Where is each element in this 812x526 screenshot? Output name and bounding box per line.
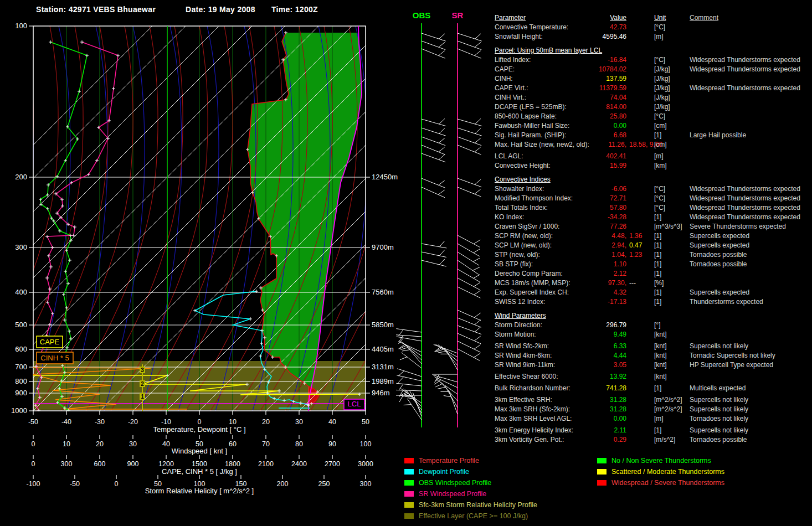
table-row: CINH:137.59[J/kg] — [495, 74, 811, 84]
param-label: Sig. Hail Param. (SHIP): — [495, 131, 594, 140]
pressure-tick-label: 500 — [15, 321, 27, 329]
axis-title: Windspeed [ knt ] — [172, 447, 227, 455]
param-label: SR Wind 4km-6km: — [495, 351, 594, 360]
param-value-2 — [626, 351, 649, 360]
param-value: 2.94, — [594, 241, 626, 250]
param-comment: Tornadic Supercells not likely — [685, 351, 811, 360]
param-label: CINH: — [495, 74, 594, 84]
param-value: 13.92 — [594, 372, 626, 381]
pressure-tick-label: 200 — [15, 173, 27, 181]
param-value: 3.05 — [594, 360, 626, 370]
param-value: 57.80 — [594, 203, 626, 213]
param-unit: [knt] — [649, 372, 685, 381]
param-comment — [685, 74, 811, 84]
param-label: Craven SigSvr / 1000: — [495, 222, 594, 231]
param-value-2 — [626, 152, 649, 161]
axis-tick-label: 30 — [129, 440, 137, 448]
param-value-2 — [626, 93, 649, 102]
axis-title: Storm Relative Helicity [ m^2/s^2 ] — [145, 487, 254, 495]
table-row: SCP LM (new, old):2.94,0.47[1]Supercells… — [495, 241, 811, 250]
param-unit: [J/kg] — [649, 84, 685, 93]
param-unit: [J/kg] — [649, 74, 685, 84]
axis-tick-label: 300 — [360, 480, 372, 488]
axis-tick-label: 10 — [63, 440, 70, 448]
param-label: SR Wind Sfc-2km: — [495, 342, 594, 351]
param-value: -17.13 — [594, 297, 626, 307]
table-row: Total Totals Index:57.80[°C]Widespread T… — [495, 203, 811, 213]
param-comment: Widespread Thunderstorms expected — [685, 84, 811, 93]
param-comment: Widespread Thunderstorms expected — [685, 65, 811, 74]
param-value: 0.00 — [594, 121, 626, 131]
param-value: 9.49 — [594, 330, 626, 339]
axis-tick-label: -50 — [70, 480, 80, 488]
param-value: 4.48, — [594, 231, 626, 241]
param-value: 25.80 — [594, 112, 626, 121]
axis-tick-label: 50 — [362, 418, 369, 426]
param-comment: Widespread Thunderstorms expected — [685, 184, 811, 194]
param-unit: [J/kg] — [649, 65, 685, 74]
axis-tick-label: 0 — [115, 480, 119, 488]
param-label: DCAPE (LFS = 525mB): — [495, 102, 594, 112]
axis-tick-label: 40 — [328, 418, 336, 426]
legend-item: No / Non Severe Thunderstorms — [597, 455, 724, 466]
table-row: MCS 18m/s (MMP, MSP):97.30,---[%] — [495, 279, 811, 288]
axis-tick-label: 100 — [360, 440, 372, 448]
parameter-table: ParameterValueUnitCommentConvective Temp… — [495, 13, 811, 445]
param-value: 296.79 — [594, 321, 626, 330]
table-row: SB STP (fix):1.10[1]Tornadoes possible — [495, 260, 811, 269]
param-value-2 — [626, 260, 649, 269]
legend-label: Effective Layer (CAPE >= 100 J/kg) — [419, 512, 528, 520]
axis-tick-label: 20 — [96, 440, 104, 448]
altitude-label: 1989m — [372, 377, 394, 385]
param-comment — [685, 372, 811, 381]
param-value-2: 0.47 — [626, 241, 649, 250]
param-unit: [knt] — [649, 360, 685, 370]
table-row: Max 3km SRH (Sfc-2km):31.28[m^2/s^2]Supe… — [495, 405, 811, 414]
axis-tick-label: 300 — [61, 460, 73, 468]
param-value: 10784.02 — [594, 65, 626, 74]
table-row: Storm Direction:296.79[°] — [495, 321, 811, 330]
table-row: Convective Temperature:42.73[°C] — [495, 23, 811, 32]
param-value-2 — [626, 194, 649, 203]
legend-swatch — [404, 513, 414, 519]
param-label: Total Totals Index: — [495, 203, 594, 213]
param-comment — [685, 140, 811, 149]
param-comment — [685, 279, 811, 288]
param-label: Exp. Supercell Index CH: — [495, 288, 594, 297]
axis-tick-label: 900 — [127, 460, 139, 468]
table-section-header: Convective Indices — [495, 175, 811, 184]
param-comment: Widespread Thunderstorms expected — [685, 203, 811, 213]
wind-barb-panel: OBSSR — [396, 11, 482, 427]
table-row: CINH Virt.:74.04[J/kg] — [495, 93, 811, 102]
param-value: 42.73 — [594, 23, 626, 32]
param-label: 3km Vorticity Gen. Pot.: — [495, 435, 594, 445]
axis-tick-label: 200 — [277, 480, 289, 488]
axis-tick-label: -30 — [95, 418, 105, 426]
param-comment: Widespread Thunderstorms expected — [685, 213, 811, 222]
param-unit: [J/kg] — [649, 93, 685, 102]
param-unit: [m] — [649, 152, 685, 161]
param-comment — [685, 121, 811, 131]
table-section-header: Wind Parameters — [495, 311, 811, 321]
param-value-2 — [626, 426, 649, 435]
legend-label: Scattered / Moderate Thunderstorms — [611, 468, 724, 476]
param-comment — [685, 330, 811, 339]
param-label: SCP RM (new, old): — [495, 231, 594, 241]
param-value: 97.30, — [594, 279, 626, 288]
param-value: 15.99 — [594, 161, 626, 171]
param-label: Max 3km SRH (Sfc-2km): — [495, 405, 594, 414]
param-comment: Widespread Thunderstorms expected — [685, 194, 811, 203]
param-value: -16.84 — [594, 55, 626, 65]
cape-label: CAPE — [40, 338, 60, 346]
param-value-2 — [626, 184, 649, 194]
param-unit: [1] — [649, 213, 685, 222]
axis-tick-label: 0 — [198, 418, 202, 426]
pressure-tick-label: 400 — [15, 288, 27, 296]
param-value: 77.26 — [594, 222, 626, 231]
param-comment: Supercells expected — [685, 231, 811, 241]
param-unit: [1] — [649, 241, 685, 250]
param-unit: [m/s^2] — [649, 435, 685, 445]
param-unit: [cm] — [649, 121, 685, 131]
param-value-2 — [626, 414, 649, 424]
legend-item: Temperature Profile — [404, 455, 537, 466]
